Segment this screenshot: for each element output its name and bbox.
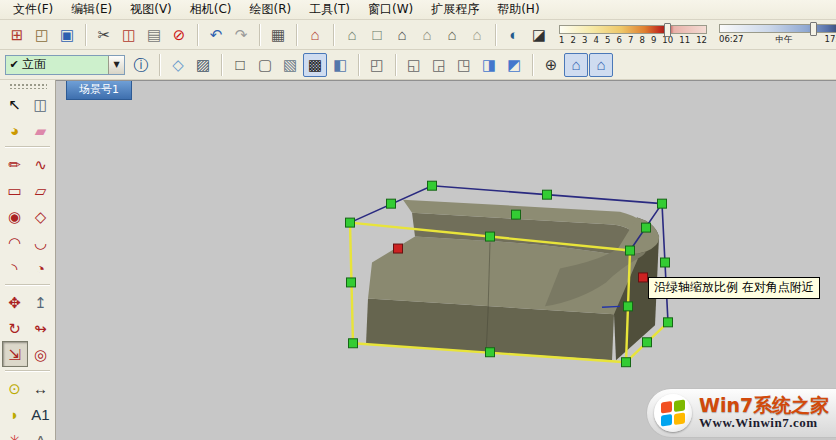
shaded-textures-style-button[interactable]: ▩ — [303, 53, 327, 77]
scale-handle[interactable] — [387, 199, 396, 208]
menu-edit[interactable]: 编辑(E) — [62, 0, 121, 20]
scale-tool[interactable]: ⇲ — [2, 341, 28, 367]
scale-handle[interactable] — [642, 223, 651, 232]
menu-file[interactable]: 文件(F) — [4, 0, 62, 20]
cut-button[interactable]: ✂ — [92, 23, 116, 47]
scale-handle-opposite[interactable] — [394, 244, 403, 253]
hidden-line-style-button[interactable]: ▢ — [253, 53, 277, 77]
scale-handle-active[interactable] — [639, 273, 648, 282]
iso-view-button[interactable]: ⌂ — [340, 23, 364, 47]
shadow-toggle-button[interactable]: ◪ — [527, 23, 551, 47]
trim-button[interactable]: ◨ — [477, 53, 501, 77]
scale-handle[interactable] — [346, 218, 355, 227]
tape-measure-tool[interactable]: ⊙ — [2, 375, 28, 401]
three-point-arc-tool[interactable]: ◝ — [2, 255, 28, 281]
time-slider-thumb[interactable] — [810, 22, 817, 36]
date-slider-track[interactable] — [559, 25, 707, 34]
scale-handle[interactable] — [622, 358, 631, 367]
scale-handle[interactable] — [626, 246, 635, 255]
line-tool[interactable]: ✏ — [2, 151, 28, 177]
paste-button[interactable]: ▤ — [142, 23, 166, 47]
back-edges-style-button[interactable]: ▨ — [191, 53, 215, 77]
3d-text-tool[interactable]: A — [28, 427, 54, 440]
scale-handle[interactable] — [624, 302, 633, 311]
time-slider-track[interactable] — [719, 24, 836, 33]
redo-button[interactable]: ↷ — [229, 23, 253, 47]
scale-handle[interactable] — [486, 232, 495, 241]
pie-tool[interactable]: ◔ — [28, 255, 54, 281]
shadow-settings-button[interactable]: ◐ — [502, 23, 526, 47]
palette-grip[interactable] — [9, 83, 47, 89]
select-tool[interactable]: ↖ — [2, 91, 28, 117]
top-view-button[interactable]: □ — [365, 23, 389, 47]
polygon-tool[interactable]: ◇ — [28, 203, 54, 229]
scale-handle[interactable] — [658, 199, 667, 208]
front-view-button[interactable]: ⌂ — [390, 23, 414, 47]
scale-handle[interactable] — [349, 339, 358, 348]
menu-help[interactable]: 帮助(H) — [488, 0, 548, 20]
model-info-button[interactable]: ⌂ — [303, 23, 327, 47]
freehand-tool[interactable]: ∿ — [28, 151, 54, 177]
outer-shell-button[interactable]: ◰ — [365, 53, 389, 77]
make-component-tool[interactable]: ◫ — [28, 91, 54, 117]
push-pull-tool[interactable]: ↥ — [28, 289, 54, 315]
axes-tool[interactable]: ✳ — [2, 427, 28, 440]
scale-handle[interactable] — [661, 258, 670, 267]
print-button[interactable]: ▦ — [266, 23, 290, 47]
menu-extensions[interactable]: 扩展程序 — [422, 0, 488, 20]
monochrome-style-button[interactable]: ◧ — [328, 53, 352, 77]
move-tool[interactable]: ✥ — [2, 289, 28, 315]
two-point-arc-tool[interactable]: ◡ — [28, 229, 54, 255]
scene-view-dropdown[interactable]: ✔ 立面 ▼ — [5, 55, 125, 75]
scale-handle[interactable] — [512, 210, 521, 219]
left-view-button[interactable]: ⌂ — [465, 23, 489, 47]
date-slider-thumb[interactable] — [664, 23, 671, 37]
axonometric-view-button[interactable]: ⌂ — [589, 53, 613, 77]
dimension-tool[interactable]: ↔ — [28, 375, 54, 401]
shaded-style-button[interactable]: ▧ — [278, 53, 302, 77]
follow-me-tool[interactable]: ↬ — [28, 315, 54, 341]
scale-handle[interactable] — [347, 278, 356, 287]
menu-draw[interactable]: 绘图(R) — [241, 0, 301, 20]
scale-handle[interactable] — [543, 190, 552, 199]
save-button[interactable]: ▣ — [55, 23, 79, 47]
new-button[interactable]: ⊞ — [5, 23, 29, 47]
eraser-tool[interactable]: ▰ — [28, 117, 54, 143]
union-button[interactable]: ◲ — [427, 53, 451, 77]
menu-window[interactable]: 窗口(W) — [359, 0, 422, 20]
subtract-button[interactable]: ◳ — [452, 53, 476, 77]
menu-camera[interactable]: 相机(C) — [181, 0, 241, 20]
protractor-tool[interactable]: ◗ — [2, 401, 28, 427]
perspective-view-button[interactable]: ⌂ — [564, 53, 588, 77]
wireframe-style-button[interactable]: □ — [228, 53, 252, 77]
rotate-tool[interactable]: ↻ — [2, 315, 28, 341]
menu-tools[interactable]: 工具(T) — [300, 0, 359, 20]
scene-tab[interactable]: 场景号1 — [66, 81, 132, 100]
rectangle-tool[interactable]: ▭ — [2, 177, 28, 203]
erase-button[interactable]: ⊘ — [167, 23, 191, 47]
arc-tool[interactable]: ◠ — [2, 229, 28, 255]
copy-button[interactable]: ◫ — [117, 23, 141, 47]
offset-tool[interactable]: ◎ — [28, 341, 54, 367]
undo-button[interactable]: ↶ — [204, 23, 228, 47]
scale-handle[interactable] — [486, 348, 495, 357]
scene-info-button[interactable]: ⓘ — [129, 53, 153, 77]
navigation-compass-button[interactable]: ⊕ — [539, 53, 563, 77]
xray-style-button[interactable]: ◇ — [166, 53, 190, 77]
chevron-down-icon[interactable]: ▼ — [108, 56, 124, 74]
sofa-model[interactable] — [366, 200, 659, 361]
rotated-rectangle-tool[interactable]: ▱ — [28, 177, 54, 203]
intersect-button[interactable]: ◱ — [402, 53, 426, 77]
drawing-canvas[interactable]: 场景号1 — [56, 80, 836, 440]
open-button[interactable]: ◰ — [30, 23, 54, 47]
circle-tool[interactable]: ◉ — [2, 203, 28, 229]
scale-handle[interactable] — [664, 318, 673, 327]
right-view-button[interactable]: ⌂ — [415, 23, 439, 47]
paint-bucket-tool[interactable]: ◕ — [2, 117, 28, 143]
split-button[interactable]: ◩ — [502, 53, 526, 77]
scale-handle[interactable] — [428, 181, 437, 190]
back-view-button[interactable]: ⌂ — [440, 23, 464, 47]
text-tool[interactable]: A1 — [28, 401, 54, 427]
menu-view[interactable]: 视图(V) — [121, 0, 181, 20]
scale-handle[interactable] — [643, 338, 652, 347]
